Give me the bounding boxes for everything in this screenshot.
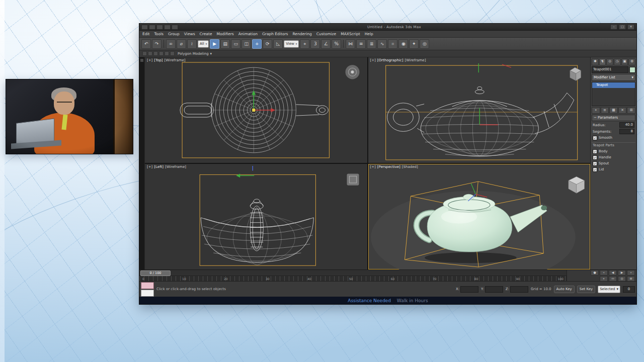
render-production-icon[interactable]: ◎ [420, 39, 429, 49]
select-and-move-icon[interactable]: + [252, 39, 262, 49]
selection-filter-dropdown[interactable]: All ▾ [198, 40, 209, 48]
teapot-top-wireframe[interactable] [145, 57, 367, 163]
spout-checkbox[interactable]: ✓ [593, 161, 597, 166]
zoom-icon[interactable]: ⌖ [600, 276, 608, 282]
viewport-plus-menu[interactable]: [+] [370, 58, 376, 62]
select-and-rotate-icon[interactable]: ⟳ [263, 39, 272, 49]
viewport-name-menu[interactable]: [Top] [154, 58, 163, 62]
radius-spinner[interactable]: 40.0 [619, 122, 634, 128]
close-button[interactable]: ✕ [627, 24, 634, 30]
maxscript-mini-listener[interactable] [141, 282, 154, 297]
gutter-button[interactable] [140, 59, 143, 62]
lid-checkbox[interactable]: ✓ [593, 167, 597, 172]
viewport-name-menu[interactable]: [Orthographic] [377, 58, 404, 62]
menu-edit[interactable]: Edit [142, 32, 150, 36]
select-and-link-icon[interactable]: ∞ [166, 39, 176, 49]
modifier-stack[interactable]: Teapot [592, 82, 635, 106]
handle-checkbox[interactable]: ✓ [593, 155, 597, 160]
viewport-shading-menu[interactable]: [Wireframe] [165, 165, 186, 169]
viewport-name-menu[interactable]: [Perspective] [377, 165, 400, 169]
ribbon-button[interactable] [153, 51, 158, 56]
angle-snap-icon[interactable]: ∠ [321, 39, 331, 49]
ribbon-button[interactable] [142, 51, 147, 56]
utilities-tab-icon[interactable]: ⚙ [628, 58, 635, 65]
viewport-orthographic[interactable]: [+] [Orthographic] [Wireframe] [368, 57, 591, 163]
body-checkbox[interactable]: ✓ [593, 149, 597, 154]
configure-modifier-icon[interactable]: ⊞ [627, 107, 635, 114]
qat-button[interactable] [156, 25, 163, 30]
menu-create[interactable]: Create [200, 32, 212, 36]
minimize-button[interactable]: – [610, 24, 617, 30]
z-coordinate-field[interactable] [510, 286, 528, 293]
hierarchy-tab-icon[interactable]: ⊙ [606, 58, 613, 65]
undo-icon[interactable]: ↶ [141, 39, 151, 49]
menu-rendering[interactable]: Rendering [292, 32, 311, 36]
field-of-view-icon[interactable]: ◎ [618, 276, 626, 282]
auto-key-button[interactable]: Auto Key [554, 286, 575, 293]
qat-button[interactable] [164, 25, 171, 30]
menu-graph-editors[interactable]: Graph Editors [262, 32, 288, 36]
time-slider-handle[interactable]: 0 / 100 [140, 270, 171, 276]
viewport-plus-menu[interactable]: [+] [147, 165, 152, 169]
parameters-rollout-header[interactable]: − Parameters [592, 115, 635, 121]
modifier-list-dropdown[interactable]: Modifier List ▾ [592, 74, 635, 81]
menu-tools[interactable]: Tools [154, 32, 164, 36]
curve-editor-icon[interactable]: ∿ [377, 39, 387, 49]
object-color-swatch[interactable] [629, 67, 635, 73]
menu-animation[interactable]: Animation [238, 32, 258, 36]
maximize-viewport-icon[interactable]: ⊞ [627, 276, 635, 282]
viewport-perspective[interactable]: [+] [Perspective] [Shaded] [368, 164, 591, 269]
listener-script-line[interactable] [141, 290, 154, 297]
bind-to-spacewarp-icon[interactable]: ≀ [187, 39, 197, 49]
set-key-button[interactable]: Set Key [577, 286, 595, 293]
play-icon[interactable]: ▶ [618, 270, 626, 276]
modify-tab-icon[interactable]: ↯ [599, 58, 606, 65]
menu-maxscript[interactable]: MAXScript [341, 32, 360, 36]
qat-button[interactable] [141, 25, 148, 30]
maximize-button[interactable]: ▢ [619, 24, 626, 30]
select-object-icon[interactable]: ▶ [210, 39, 219, 49]
current-frame-field[interactable]: 0 [623, 286, 635, 293]
ribbon-section-polygon-modeling[interactable]: Polygon Modeling ▾ [178, 52, 212, 56]
selection-set-dropdown[interactable]: Selected ▾ [598, 286, 620, 293]
segments-spinner[interactable]: 8 [619, 129, 634, 134]
align-icon[interactable]: ≡ [356, 39, 366, 49]
pin-stack-icon[interactable]: ⌖ [592, 107, 600, 114]
motion-tab-icon[interactable]: ◷ [614, 58, 621, 65]
quick-access-toolbar[interactable] [141, 25, 178, 30]
listener-macro-line[interactable] [141, 282, 154, 289]
create-tab-icon[interactable]: ✱ [592, 58, 599, 65]
show-end-result-icon[interactable]: ≡ [601, 107, 609, 114]
menu-customize[interactable]: Customize [316, 32, 336, 36]
ribbon-button[interactable] [170, 51, 175, 56]
smooth-checkbox[interactable]: ✓ [593, 136, 597, 140]
viewport-plus-menu[interactable]: [+] [370, 165, 376, 169]
go-to-start-icon[interactable]: « [600, 270, 608, 276]
stack-item-teapot[interactable]: Teapot [592, 82, 635, 88]
redo-icon[interactable]: ↷ [152, 39, 162, 49]
viewport-top[interactable]: [+] [Top] [Wireframe] [145, 57, 367, 163]
rectangular-selection-icon[interactable]: ▭ [231, 39, 240, 49]
layer-manager-icon[interactable]: ≣ [367, 39, 376, 49]
time-slider-track[interactable]: 0 / 100 [139, 270, 567, 276]
track-bar[interactable]: 0 10 20 30 40 50 60 70 80 90 100 [139, 276, 567, 281]
remove-modifier-icon[interactable]: ✕ [618, 107, 627, 114]
material-editor-icon[interactable]: ◉ [398, 39, 408, 49]
reference-coordinate-dropdown[interactable]: View ▾ [284, 40, 299, 48]
object-name-field[interactable]: Teapot001 [592, 66, 628, 73]
select-by-name-icon[interactable]: ▤ [220, 39, 230, 49]
percent-snap-icon[interactable]: % [332, 39, 341, 49]
zoom-extents-icon[interactable]: ▭ [609, 276, 617, 282]
x-coordinate-field[interactable] [460, 286, 478, 293]
viewport-shading-menu[interactable]: [Wireframe] [405, 58, 426, 62]
menu-views[interactable]: Views [184, 32, 195, 36]
render-setup-icon[interactable]: ✦ [409, 39, 419, 49]
viewport-left[interactable]: [+] [Left] [Wireframe] [145, 164, 367, 269]
teapot-shaded-view[interactable] [368, 164, 591, 269]
qat-button[interactable] [149, 25, 155, 30]
viewport-name-menu[interactable]: [Left] [154, 165, 164, 169]
use-pivot-center-icon[interactable]: ⌖ [300, 39, 309, 49]
ribbon-button[interactable] [159, 51, 164, 56]
menu-modifiers[interactable]: Modifiers [217, 32, 234, 36]
menu-group[interactable]: Group [168, 32, 180, 36]
